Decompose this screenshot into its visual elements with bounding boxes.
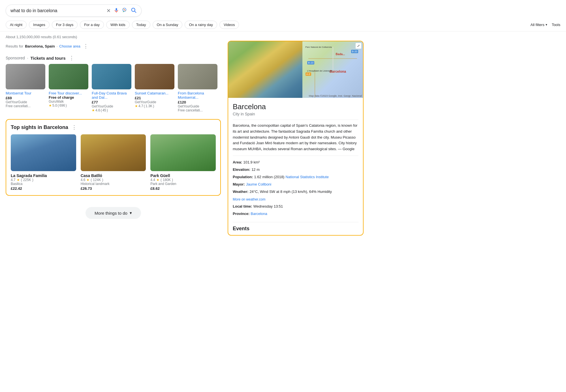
sights-title: Top sights in Barcelona — [11, 124, 68, 130]
fact-area: Area: 101.9 km² — [233, 159, 358, 166]
tour-card-costa[interactable]: Full-Day Costa Brava and Dal... £77 GetY… — [92, 64, 131, 112]
sight-name-sagrada: La Sagrada Familia — [11, 173, 76, 178]
tour-rating-3: ★ 4.6 (45) — [92, 108, 131, 112]
sight-image-batllo — [81, 134, 146, 171]
fact-value-elevation: 12 m — [251, 166, 260, 173]
chip-on-a-rainy-day[interactable]: On a rainy day — [185, 21, 217, 29]
sight-image-guell — [150, 134, 216, 171]
search-area: ✕ — [0, 0, 566, 20]
sight-card-sagrada[interactable]: La Sagrada Familia 4.7 ★ (225K) Basilica… — [11, 134, 76, 191]
more-things-label: More things to do — [95, 211, 127, 216]
tour-extra-1: Free cancellati... — [6, 104, 45, 108]
events-heading: Events — [228, 222, 363, 235]
tour-price-4: £21 — [135, 96, 174, 100]
search-input[interactable] — [10, 8, 104, 13]
filter-chips-bar: At night Images For 3 days For a day Wit… — [0, 20, 566, 31]
chip-at-night[interactable]: At night — [6, 21, 27, 29]
lens-icon[interactable] — [122, 7, 128, 14]
search-icon[interactable] — [131, 7, 137, 14]
chip-for-3-days[interactable]: For 3 days — [52, 21, 78, 29]
barcelona-photo[interactable] — [228, 41, 302, 98]
tour-provider-4: GetYourGuide — [135, 100, 174, 104]
tour-price-free: Free of charge — [49, 95, 88, 100]
sights-more-menu[interactable]: ⋮ — [72, 124, 77, 130]
left-column: Results for Barcelona, Spain · Choose ar… — [6, 41, 221, 236]
tour-image-guruwalk — [49, 64, 88, 89]
fact-province: Province: Barcelona — [233, 210, 358, 217]
choose-area-link[interactable]: Choose area — [59, 44, 80, 48]
city-name: Barcelona — [233, 102, 358, 111]
chip-on-a-sunday[interactable]: On a Sunday — [153, 21, 183, 29]
chip-for-a-day[interactable]: For a day — [80, 21, 104, 29]
clear-icon[interactable]: ✕ — [106, 8, 111, 14]
sight-type-guell: Park and Garden — [150, 182, 216, 186]
top-sights-section: Top sights in Barcelona ⋮ La Sagrada Fam… — [6, 119, 221, 196]
tour-name-1: Montserrat Tour — [6, 91, 45, 95]
sight-image-sagrada — [11, 134, 76, 171]
location-bar: Results for Barcelona, Spain · Choose ar… — [6, 41, 221, 53]
svg-point-1 — [124, 9, 125, 10]
sponsored-title: Tickets and tours — [31, 56, 66, 61]
sight-card-batllo[interactable]: Casa Batlló 4.6 ★ (124K) Historical land… — [81, 134, 146, 191]
city-info: Barcelona City in Spain Barcelona, the c… — [228, 98, 363, 222]
tour-provider-3: GetYourGuide — [92, 104, 131, 108]
map-expand-button[interactable]: ⤢ — [356, 43, 361, 49]
fact-value-weather: 24°C, Wind SW at 8 mph (13 km/h), 64% Hu… — [249, 188, 332, 195]
barcelona-map[interactable]: Barcelona B-20 B-23 A-2 Parc Natural de … — [302, 41, 363, 98]
results-for-label: Results for — [6, 44, 23, 48]
tour-provider-5: GetYourGuide — [178, 104, 217, 108]
search-box: ✕ — [6, 5, 142, 17]
chip-videos[interactable]: Videos — [219, 21, 239, 29]
tour-image-costa — [92, 64, 131, 89]
tour-name-4: Sunset Catamaran... — [135, 91, 174, 95]
fact-label-population: Population: — [233, 173, 253, 181]
more-things-button[interactable]: More things to do ▾ — [86, 207, 141, 219]
tour-image-from-barcelona — [178, 64, 217, 89]
city-facts: Area: 101.9 km² Elevation: 12 m Populati… — [233, 159, 358, 217]
fact-value-population: 1.62 million (2018) — [254, 173, 285, 181]
location-more-menu[interactable]: ⋮ — [83, 43, 88, 49]
tour-card-from-barcelona[interactable]: From Barcelona Montserrat... £120 GetYou… — [178, 64, 217, 112]
fact-mayor: Mayor: Jaume Collboni — [233, 181, 358, 188]
right-panel: Barcelona B-20 B-23 A-2 Parc Natural de … — [228, 41, 364, 236]
tour-name-3: Full-Day Costa Brava and Dal... — [92, 91, 131, 100]
city-divider-2 — [233, 156, 358, 156]
tour-name-5: From Barcelona Montserrat... — [178, 91, 217, 100]
chip-today[interactable]: Today — [132, 21, 150, 29]
fact-link-population[interactable]: National Statistics Institute — [285, 173, 328, 181]
sponsored-section: Sponsored · Tickets and tours ⋮ Montserr… — [6, 53, 221, 115]
right-column: Barcelona B-20 B-23 A-2 Parc Natural de … — [228, 41, 364, 236]
svg-line-3 — [134, 11, 136, 12]
tour-card-montserrat[interactable]: Montserrat Tour £69 GetYourGuide Free ca… — [6, 64, 45, 112]
tour-card-guruwalk[interactable]: Free Tour discover... Free of charge Gur… — [49, 64, 88, 112]
sight-card-guell[interactable]: Park Güell 4.4 ★ (180K) Park and Garden … — [150, 134, 216, 191]
all-filters-button[interactable]: All filters ▾ — [531, 23, 547, 27]
fact-link-province[interactable]: Barcelona — [251, 210, 267, 217]
main-layout: Results for Barcelona, Spain · Choose ar… — [0, 41, 566, 236]
tour-card-catamaran[interactable]: Sunset Catamaran... £21 GetYourGuide ★ 4… — [135, 64, 174, 112]
map-attribution: Map data ©2023 Google, Inst. Geogr. Naci… — [309, 94, 362, 97]
tour-price-5: £120 — [178, 100, 217, 104]
chip-images[interactable]: Images — [29, 21, 50, 29]
fact-label-province: Province: — [233, 210, 249, 217]
sight-price-sagrada: £22.42 — [11, 186, 76, 191]
sponsored-label: Sponsored — [6, 56, 25, 60]
sight-price-guell: £8.62 — [150, 186, 216, 191]
fact-elevation: Elevation: 12 m — [233, 166, 358, 173]
fact-link-weather[interactable]: More on weather.com — [233, 196, 358, 203]
tour-name-2: Free Tour discover... — [49, 91, 88, 95]
search-icons: ✕ — [106, 7, 137, 14]
tour-image-montserrat — [6, 64, 45, 89]
mic-icon[interactable] — [114, 7, 119, 14]
fact-link-mayor[interactable]: Jaume Collboni — [246, 181, 272, 188]
sponsored-more-menu[interactable]: ⋮ — [69, 55, 74, 61]
filter-right: All filters ▾ Tools — [531, 23, 560, 27]
chip-with-kids[interactable]: With kids — [106, 21, 130, 29]
tour-price-1: £69 — [6, 96, 45, 100]
tools-button[interactable]: Tools — [552, 23, 560, 27]
chevron-down-icon: ▾ — [130, 210, 132, 216]
sight-type-sagrada: Basilica — [11, 182, 76, 186]
fact-population: Population: 1.62 million (2018) National… — [233, 173, 358, 181]
fact-label-area: Area: — [233, 159, 242, 166]
sights-cards: La Sagrada Familia 4.7 ★ (225K) Basilica… — [11, 134, 216, 191]
